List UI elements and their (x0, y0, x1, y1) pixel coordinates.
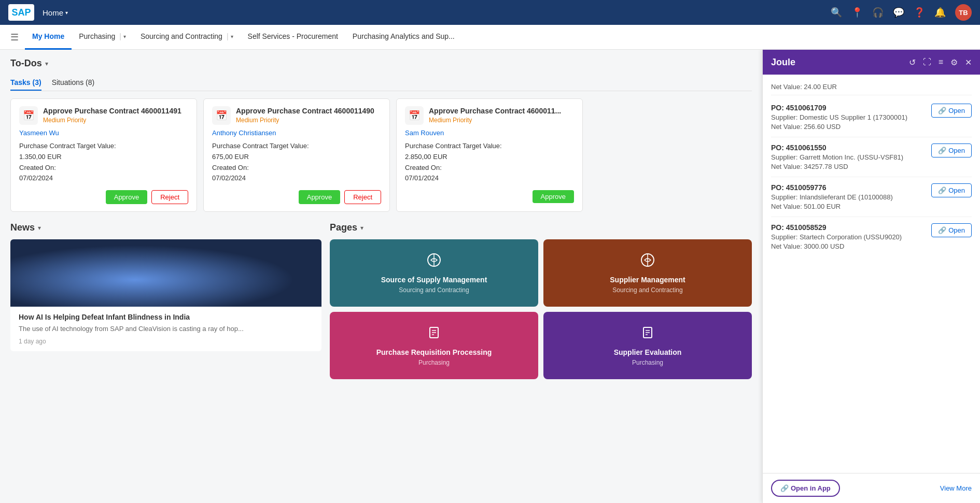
joule-settings-icon[interactable]: ⚙ (950, 58, 958, 67)
location-icon[interactable]: 📍 (851, 7, 863, 18)
main-content: To-Dos ▾ Tasks (3) Situations (8) 📅 Appr… (0, 50, 980, 503)
joule-header-icons: ↺ ⛶ ≡ ⚙ ✕ (909, 58, 972, 67)
task-target-value: Purchase Contract Target Value: 2.850,00… (405, 141, 574, 163)
sidebar-item-analytics[interactable]: Purchasing Analytics and Sup... (345, 25, 462, 50)
list-item: PO: 4510061709 Supplier: Domestic US Sup… (771, 97, 972, 137)
task-priority: Medium Priority (429, 117, 561, 124)
avatar[interactable]: TB (955, 4, 972, 21)
home-button[interactable]: Home ▾ (43, 8, 68, 17)
joule-close-icon[interactable]: ✕ (965, 58, 972, 67)
help-icon[interactable]: ❓ (914, 7, 925, 18)
chat-icon[interactable]: 💬 (893, 7, 904, 18)
task-target-value: Purchase Contract Target Value: 675,00 E… (212, 141, 381, 163)
po-open-button[interactable]: 🔗 Open (931, 183, 972, 197)
table-row: 📅 Approve Purchase Contract 4600011... M… (396, 98, 583, 212)
open-in-app-button[interactable]: 🔗 Open in App (771, 480, 840, 497)
top-bar-icons: 🔍 📍 🎧 💬 ❓ 🔔 TB (831, 4, 972, 21)
link-icon: 🔗 (938, 186, 946, 194)
source-supply-title: Source of Supply Management (381, 275, 487, 284)
joule-body: Net Value: 24.00 EUR PO: 4510061709 Supp… (763, 75, 980, 473)
pages-caret-icon[interactable]: ▾ (360, 224, 363, 232)
hamburger-menu-icon[interactable]: ☰ (4, 32, 25, 43)
task-card-actions: Approve Reject (19, 190, 188, 204)
purchasing-caret-icon: ▾ (123, 34, 126, 39)
reject-button[interactable]: Reject (151, 190, 188, 204)
po-value: Net Value: 501.00 EUR (771, 203, 927, 210)
task-created-on: Created On: 07/02/2024 (19, 163, 188, 184)
po-open-button[interactable]: 🔗 Open (931, 104, 972, 118)
task-person-link[interactable]: Yasmeen Wu (19, 129, 188, 137)
po-supplier: Supplier: Inlandslieferant DE (10100088) (771, 193, 927, 201)
task-calendar-icon: 📅 (19, 106, 38, 125)
todos-section-header: To-Dos ▾ (10, 58, 752, 69)
po-info: PO: 4510059776 Supplier: Inlandslieferan… (771, 183, 927, 210)
task-calendar-icon: 📅 (405, 106, 424, 125)
purchase-req-icon (427, 325, 441, 343)
news-image-inner (10, 239, 321, 307)
todos-caret-icon[interactable]: ▾ (45, 60, 48, 67)
task-card-title: Approve Purchase Contract 4600011... (429, 106, 561, 116)
sidebar-item-self-services[interactable]: Self Services - Procurement (241, 25, 345, 50)
tab-situations[interactable]: Situations (8) (52, 75, 94, 91)
list-item: PO: 4510061550 Supplier: Garrett Motion … (771, 137, 972, 177)
link-icon: 🔗 (938, 147, 946, 154)
po-value: Net Value: 3000.00 USD (771, 242, 927, 250)
po-number: PO: 4510058529 (771, 223, 927, 232)
approve-button[interactable]: Approve (106, 190, 147, 204)
table-row: 📅 Approve Purchase Contract 4600011490 M… (203, 98, 390, 212)
supplier-mgmt-subtitle: Sourcing and Contracting (612, 286, 682, 294)
task-person-link[interactable]: Sam Rouven (405, 129, 574, 137)
purchase-req-subtitle: Purchasing (418, 359, 450, 366)
bell-icon[interactable]: 🔔 (934, 7, 946, 18)
top-bar: SAP Home ▾ 🔍 📍 🎧 💬 ❓ 🔔 TB (0, 0, 980, 25)
po-info: PO: 4510058529 Supplier: Startech Corpor… (771, 223, 927, 250)
joule-list-icon[interactable]: ≡ (939, 58, 943, 67)
approve-button[interactable]: Approve (533, 190, 574, 203)
po-open-button[interactable]: 🔗 Open (931, 143, 972, 157)
supplier-eval-icon (640, 325, 655, 343)
tab-tasks[interactable]: Tasks (3) (10, 75, 41, 91)
po-number: PO: 4510061550 (771, 143, 927, 152)
task-person-link[interactable]: Anthony Christiansen (212, 129, 381, 137)
list-item[interactable]: Supplier Management Sourcing and Contrac… (543, 239, 752, 307)
sidebar-item-purchasing[interactable]: Purchasing | ▾ (72, 25, 133, 50)
list-item[interactable]: Supplier Evaluation Purchasing (543, 312, 752, 379)
joule-history-icon[interactable]: ↺ (909, 58, 916, 67)
news-card[interactable]: How AI Is Helping Defeat Infant Blindnes… (10, 239, 321, 351)
joule-footer: 🔗 Open in App View More (763, 473, 980, 503)
sourcing-caret-icon: ▾ (231, 34, 233, 39)
todos-tabs: Tasks (3) Situations (8) (10, 75, 752, 91)
purchase-req-title: Purchase Requisition Processing (376, 348, 492, 357)
joule-panel: Joule ↺ ⛶ ≡ ⚙ ✕ Net Value: 24.00 EUR PO:… (762, 50, 980, 503)
task-priority: Medium Priority (236, 117, 374, 124)
news-headline: How AI Is Helping Defeat Infant Blindnes… (19, 313, 313, 321)
home-chevron-icon: ▾ (65, 10, 68, 16)
news-section: News ▾ How AI Is Helping Defeat Infant B… (10, 222, 321, 379)
supplier-eval-subtitle: Purchasing (632, 359, 663, 366)
sidebar-item-my-home[interactable]: My Home (25, 25, 72, 50)
list-item[interactable]: Purchase Requisition Processing Purchasi… (330, 312, 538, 379)
po-info: PO: 4510061550 Supplier: Garrett Motion … (771, 143, 927, 170)
approve-button[interactable]: Approve (299, 190, 340, 204)
task-priority: Medium Priority (43, 117, 181, 124)
todos-title: To-Dos (10, 58, 42, 69)
list-item: PO: 4510058529 Supplier: Startech Corpor… (771, 217, 972, 256)
nav-bar: ☰ My Home Purchasing | ▾ Sourcing and Co… (0, 25, 980, 50)
pages-grid: Source of Supply Management Sourcing and… (330, 239, 752, 379)
po-open-button[interactable]: 🔗 Open (931, 223, 972, 237)
pages-title: Pages (330, 222, 357, 233)
search-icon[interactable]: 🔍 (831, 7, 842, 18)
po-value: Net Value: 256.60 USD (771, 123, 927, 131)
view-more-link[interactable]: View More (940, 484, 972, 492)
joule-expand-icon[interactable]: ⛶ (923, 58, 931, 67)
news-caret-icon[interactable]: ▾ (38, 224, 41, 232)
pages-header: Pages ▾ (330, 222, 752, 233)
link-icon: 🔗 (938, 226, 946, 234)
headset-icon[interactable]: 🎧 (872, 7, 884, 18)
pages-section: Pages ▾ Source of Supply Management (330, 222, 752, 379)
task-calendar-icon: 📅 (212, 106, 231, 125)
list-item[interactable]: Source of Supply Management Sourcing and… (330, 239, 538, 307)
reject-button[interactable]: Reject (344, 190, 381, 204)
sidebar-item-sourcing[interactable]: Sourcing and Contracting | ▾ (133, 25, 241, 50)
link-icon: 🔗 (780, 484, 789, 492)
